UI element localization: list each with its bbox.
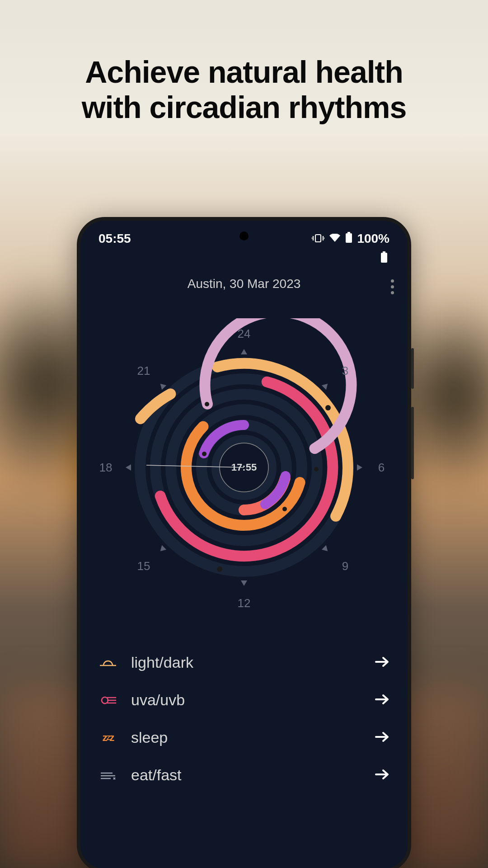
- clock-center-time: 17:55: [231, 462, 257, 473]
- wifi-icon: [329, 231, 341, 246]
- headline-line2: with circadian rhythms: [82, 90, 407, 124]
- phone-frame: 05:55 100% Austin, 30 Mar 2023: [77, 217, 411, 868]
- svg-marker-27: [322, 382, 330, 390]
- kebab-menu-icon[interactable]: [391, 279, 394, 294]
- list-item-sleep[interactable]: zZz sleep: [99, 719, 389, 756]
- zzz-icon: zZz: [99, 732, 117, 744]
- app-top-icon: [80, 246, 408, 263]
- battery-percent: 100%: [357, 231, 389, 246]
- sun-horizon-icon: [99, 656, 117, 669]
- svg-point-21: [202, 452, 206, 456]
- vibrate-icon: [312, 231, 324, 246]
- svg-point-20: [282, 507, 287, 511]
- svg-point-18: [205, 402, 209, 406]
- circadian-clock[interactable]: 17:55 24 3 6 9 12 15 18 21: [95, 318, 393, 617]
- hour-24: 24: [238, 327, 251, 341]
- hour-6: 6: [378, 461, 385, 475]
- svg-marker-28: [322, 545, 330, 553]
- arrow-right-icon: [374, 656, 389, 670]
- hour-9: 9: [342, 559, 348, 573]
- arrow-right-icon: [374, 731, 389, 745]
- status-time: 05:55: [99, 231, 131, 246]
- svg-marker-24: [241, 580, 247, 586]
- phone-side-button: [411, 348, 414, 389]
- svg-marker-26: [357, 464, 362, 471]
- hour-15: 15: [137, 559, 150, 573]
- list-label: sleep: [131, 729, 361, 746]
- marketing-headline: Achieve natural health with circadian rh…: [0, 54, 488, 125]
- battery-icon: [345, 231, 352, 246]
- food-icon: [99, 769, 117, 781]
- arrow-right-icon: [374, 768, 389, 783]
- category-list: light/dark uva/uvb zZz sleep: [80, 635, 408, 803]
- hour-21: 21: [137, 364, 150, 378]
- phone-side-button: [411, 407, 414, 479]
- svg-marker-30: [158, 382, 166, 390]
- arrow-right-icon: [374, 693, 389, 708]
- list-label: light/dark: [131, 654, 361, 671]
- list-label: uva/uvb: [131, 691, 361, 709]
- list-item-eat-fast[interactable]: eat/fast: [99, 756, 389, 794]
- rays-icon: [99, 694, 117, 706]
- headline-line1: Achieve natural health: [85, 55, 403, 89]
- svg-point-16: [217, 566, 222, 572]
- hour-18: 18: [99, 461, 113, 475]
- phone-camera-hole: [239, 231, 249, 241]
- svg-marker-23: [241, 349, 247, 354]
- svg-marker-29: [158, 545, 166, 553]
- page-title: Austin, 30 Mar 2023: [80, 277, 408, 291]
- list-item-light-dark[interactable]: light/dark: [99, 644, 389, 681]
- svg-marker-25: [126, 464, 131, 471]
- svg-rect-0: [315, 235, 321, 242]
- svg-rect-8: [381, 253, 387, 263]
- svg-rect-6: [346, 233, 352, 243]
- hour-3: 3: [342, 364, 348, 378]
- svg-rect-5: [347, 232, 350, 233]
- svg-rect-7: [383, 251, 385, 253]
- list-label: eat/fast: [131, 766, 361, 784]
- svg-point-19: [314, 467, 319, 472]
- hour-12: 12: [238, 596, 251, 610]
- svg-point-17: [325, 405, 331, 410]
- list-item-uva-uvb[interactable]: uva/uvb: [99, 681, 389, 719]
